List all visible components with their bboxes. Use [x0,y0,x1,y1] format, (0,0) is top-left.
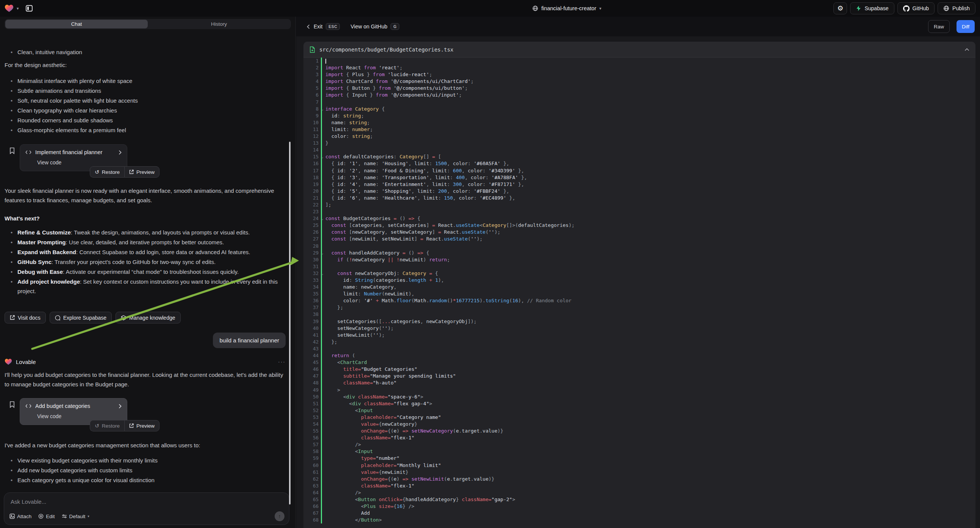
code-line: 19 { id: '4', name: 'Entertainment', lim… [304,181,975,188]
restore-button[interactable]: ↺ Restore [90,166,124,178]
sidebar-toggle-icon[interactable] [25,4,33,13]
preview-button[interactable]: Preview [124,166,159,178]
chat-input-placeholder: Ask Lovable... [11,498,46,505]
code-line: 31 [304,263,975,270]
attach-button[interactable]: Attach [10,514,32,519]
code-line: 32⌄ const newCategoryObj: Category = { [304,270,975,277]
list-item: Master Prompting: Use clear, detailed, a… [5,237,286,247]
settings-button[interactable]: ⚙ [834,2,847,14]
code-line: 10 name: string; [304,119,975,126]
code-line: 62 onChange={(e) => setNewLimit(e.target… [304,476,975,483]
scrolled-bullet-list: Clean, intuitive navigation [5,49,286,55]
list-item: Each category gets a unique color for vi… [5,477,286,483]
code-line: 30 if (!newCategory || !newLimit) return… [304,256,975,263]
chevron-right-icon[interactable] [119,404,122,409]
view-code-link[interactable]: View code [37,159,122,165]
code-line: 23 [304,208,975,215]
list-item: Minimalist interface with plenty of whit… [5,78,286,84]
action-button-row: Visit docsExplore SupabaseManage knowled… [5,312,286,323]
restore-icon: ↺ [95,423,99,429]
code-line: 2import React from 'react'; [304,64,975,71]
project-chevron-down-icon[interactable]: ▾ [599,6,601,11]
version-card-title: Implement financial planner [35,149,115,155]
tab-history[interactable]: History [148,20,290,29]
version-card-title: Add budget categories [35,403,115,409]
code-line: 68 </Button> [304,517,975,523]
code-line: 27 const [newLimit, setNewLimit] = React… [304,235,975,242]
code-line: 35 limit: Number(newLimit), [304,291,975,297]
code-line: 44 return ( [304,352,975,359]
code-line: 49 > [304,387,975,394]
explore-supabase-button[interactable]: Explore Supabase [49,312,112,323]
code-line: 53 placeholder="Category name" [304,414,975,421]
external-link-icon [129,423,134,428]
file-diff-card: src/components/budget/BudgetCategories.t… [304,42,975,528]
whats-next-heading: What's next? [5,215,286,221]
esc-keycap: ESC [326,23,340,30]
code-line: 45 <ChartCard [304,359,975,366]
tab-chat[interactable]: Chat [5,20,148,29]
github-button[interactable]: GitHub [897,2,935,14]
restore-button[interactable]: ↺ Restore [90,420,124,431]
preview-button[interactable]: Preview [124,420,159,431]
ready-paragraph: Your sleek financial planner is now read… [5,186,286,205]
code-line: 11 limit: number; [304,126,975,133]
message-menu-button[interactable]: ··· [278,359,286,365]
code-line: 3import { Plus } from 'lucide-react'; [304,71,975,78]
code-diff-panel: Exit ESC View on GitHub G Raw Diff src/c… [296,17,980,528]
design-aesthetic-heading: For the design aesthetic: [5,60,286,70]
manage-knowledge-button[interactable]: Manage knowledge [116,312,180,323]
code-line: 36 color: '#' + Math.floor(Math.random()… [304,297,975,304]
code-line: 47 subtitle="Manage your spending limits… [304,373,975,380]
exit-button[interactable]: Exit ESC [313,23,340,30]
supabase-label: Supabase [864,5,888,11]
code-line: 4import ChartCard from '@/components/ui/… [304,78,975,85]
version-card-2-row: Add budget categories View code ↺ Restor… [5,398,286,431]
image-icon [10,514,15,519]
chat-transcript: Clean, intuitive navigation For the desi… [0,46,296,491]
edit-button[interactable]: Edit [38,514,54,519]
github-icon [903,5,910,12]
code-line: 13} [304,140,975,146]
external-link-icon [129,170,134,174]
code-line: 1 [304,57,975,64]
bookmark-icon[interactable] [5,398,20,431]
chat-panel: Chat History Clean, intuitive navigation… [0,17,296,528]
chevron-right-icon[interactable] [119,150,122,155]
chat-scrollbar-thumb[interactable] [289,142,291,504]
project-name[interactable]: financial-future-creator [541,5,596,11]
code-line: 22]; [304,202,975,208]
code-line: 9 id: string; [304,113,975,119]
code-line: 33 id: String(categories.length + 1), [304,277,975,284]
code-line: 56 className="flex-1" [304,434,975,441]
code-line: 28 [304,243,975,250]
assistant-name: Lovable [16,359,36,365]
external-link-icon [10,315,15,320]
file-header[interactable]: src/components/budget/BudgetCategories.t… [304,42,975,57]
send-button[interactable]: ↑ [275,511,285,521]
bookmark-icon[interactable] [5,144,20,178]
view-on-github-button[interactable]: View on GitHub G [350,23,399,30]
logo-chevron-down-icon[interactable]: ▾ [17,6,19,11]
raw-toggle-button[interactable]: Raw [928,20,950,33]
lovable-logo-icon[interactable] [5,4,14,13]
whats-next-list: Refine & Customize: Tweak the design, an… [5,227,286,296]
code-line: 24⌄const BudgetCategories = () => { [304,215,975,222]
diff-toggle-button[interactable]: Diff [956,20,975,33]
list-item: Glass-morphic elements for a premium fee… [5,127,286,133]
code-line: 60 placeholder="Monthly limit" [304,462,975,469]
code-line: 6import { Input } from '@/components/ui/… [304,92,975,99]
publish-button[interactable]: Publish [937,2,975,14]
code-line: 7 [304,99,975,106]
code-line: 48 className="h-auto" [304,380,975,386]
code-line: 59 type="number" [304,455,975,462]
chat-input-box[interactable]: Ask Lovable... Attach Edit [4,492,290,525]
g-keycap: G [391,23,399,30]
visit-docs-button[interactable]: Visit docs [5,312,46,323]
supabase-button[interactable]: Supabase [850,2,894,14]
view-code-link[interactable]: View code [37,413,122,419]
list-item: Add new budget categories with custom li… [5,468,286,473]
collapse-chevron-up-icon[interactable] [964,48,969,51]
model-select[interactable]: Default ▾ [62,514,89,519]
chevron-left-icon[interactable] [307,24,310,29]
